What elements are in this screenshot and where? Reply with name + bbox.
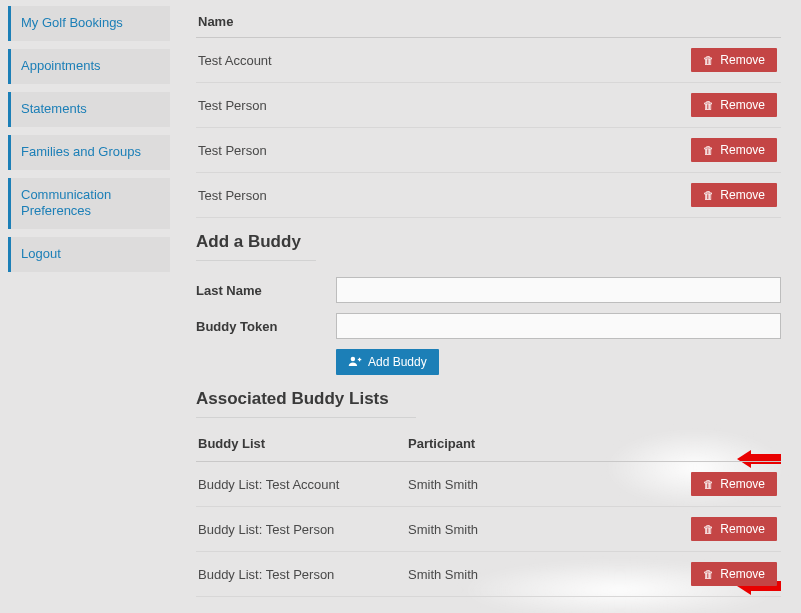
- associated-row: Buddy List: Test Account Smith Smith 🗑 R…: [196, 462, 781, 507]
- buddy-remove-label: Remove: [720, 99, 765, 111]
- trash-icon: 🗑: [703, 145, 714, 156]
- svg-point-0: [351, 357, 355, 361]
- user-plus-icon: [348, 355, 362, 369]
- associated-list-name: Buddy List: Test Account: [198, 477, 408, 492]
- buddy-token-label: Buddy Token: [196, 319, 336, 334]
- buddy-row: Test Person 🗑 Remove: [196, 128, 781, 173]
- associated-remove-button[interactable]: 🗑 Remove: [691, 517, 777, 541]
- buddy-remove-button[interactable]: 🗑 Remove: [691, 138, 777, 162]
- sidebar-item-families-and-groups[interactable]: Families and Groups: [8, 135, 170, 170]
- associated-row: Buddy List: Test Person Smith Smith 🗑 Re…: [196, 507, 781, 552]
- buddy-name: Test Person: [198, 188, 677, 203]
- associated-header-list: Buddy List: [198, 436, 408, 451]
- sidebar-item-my-golf-bookings[interactable]: My Golf Bookings: [8, 6, 170, 41]
- add-buddy-title: Add a Buddy: [196, 232, 316, 261]
- associated-header-participant: Participant: [408, 436, 677, 451]
- associated-row: Buddy List: Test Person Smith Smith 🗑 Re…: [196, 552, 781, 597]
- buddy-remove-button[interactable]: 🗑 Remove: [691, 183, 777, 207]
- buddy-name: Test Person: [198, 143, 677, 158]
- buddy-row: Test Person 🗑 Remove: [196, 83, 781, 128]
- buddy-remove-button[interactable]: 🗑 Remove: [691, 93, 777, 117]
- trash-icon: 🗑: [703, 479, 714, 490]
- associated-list-name: Buddy List: Test Person: [198, 522, 408, 537]
- sidebar-item-statements[interactable]: Statements: [8, 92, 170, 127]
- associated-remove-button[interactable]: 🗑 Remove: [691, 562, 777, 586]
- sidebar-item-logout[interactable]: Logout: [8, 237, 170, 272]
- associated-remove-label: Remove: [720, 523, 765, 535]
- associated-remove-label: Remove: [720, 568, 765, 580]
- buddies-header-name: Name: [198, 14, 677, 29]
- svg-rect-2: [359, 358, 360, 362]
- associated-list-name: Buddy List: Test Person: [198, 567, 408, 582]
- buddy-remove-button[interactable]: 🗑 Remove: [691, 48, 777, 72]
- buddy-row: Test Account 🗑 Remove: [196, 38, 781, 83]
- associated-remove-button[interactable]: 🗑 Remove: [691, 472, 777, 496]
- associated-remove-label: Remove: [720, 478, 765, 490]
- buddy-name: Test Account: [198, 53, 677, 68]
- add-buddy-label: Add Buddy: [368, 356, 427, 368]
- last-name-input[interactable]: [336, 277, 781, 303]
- associated-participant: Smith Smith: [408, 477, 677, 492]
- add-buddy-button[interactable]: Add Buddy: [336, 349, 439, 375]
- associated-title: Associated Buddy Lists: [196, 389, 416, 418]
- sidebar-item-appointments[interactable]: Appointments: [8, 49, 170, 84]
- associated-participant: Smith Smith: [408, 567, 677, 582]
- buddy-remove-label: Remove: [720, 54, 765, 66]
- buddy-row: Test Person 🗑 Remove: [196, 173, 781, 218]
- buddy-name: Test Person: [198, 98, 677, 113]
- buddy-token-input[interactable]: [336, 313, 781, 339]
- last-name-label: Last Name: [196, 283, 336, 298]
- sidebar: My Golf Bookings Appointments Statements…: [0, 0, 178, 280]
- buddy-remove-label: Remove: [720, 189, 765, 201]
- sidebar-item-communication-preferences[interactable]: Communication Preferences: [8, 178, 170, 230]
- main-content: Name Test Account 🗑 Remove Test Person 🗑: [178, 0, 801, 613]
- buddy-remove-label: Remove: [720, 144, 765, 156]
- trash-icon: 🗑: [703, 569, 714, 580]
- trash-icon: 🗑: [703, 190, 714, 201]
- trash-icon: 🗑: [703, 55, 714, 66]
- trash-icon: 🗑: [703, 524, 714, 535]
- buddies-table: Name Test Account 🗑 Remove Test Person 🗑: [196, 6, 781, 218]
- associated-participant: Smith Smith: [408, 522, 677, 537]
- trash-icon: 🗑: [703, 100, 714, 111]
